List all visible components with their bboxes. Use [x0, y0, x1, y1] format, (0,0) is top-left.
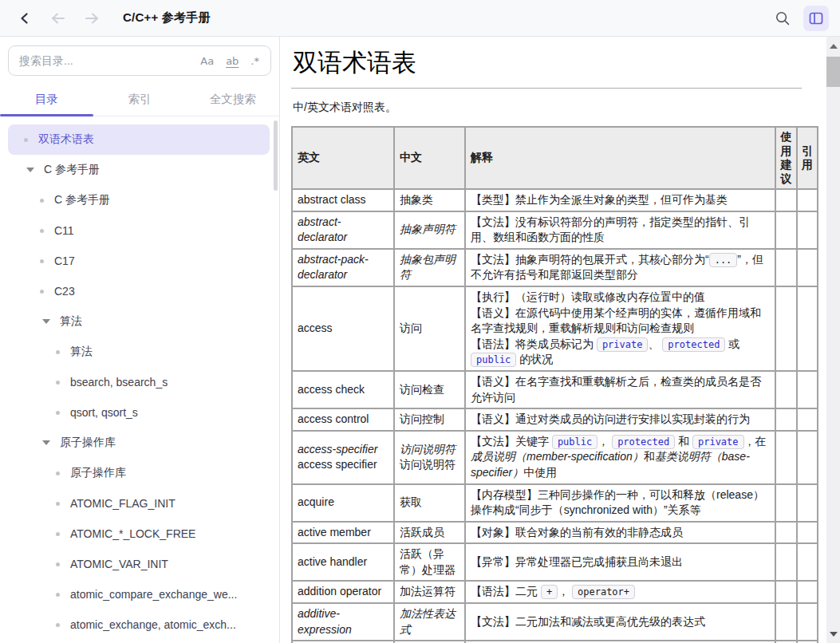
table-header-row: 英文中文解释使用建议引用 [292, 127, 818, 189]
tree-item[interactable]: C11 [8, 215, 270, 246]
intro-text: 中/英文术语对照表。 [293, 101, 802, 115]
tab-fulltext-search[interactable]: 全文搜索 [186, 83, 279, 116]
tree-item[interactable]: C17 [8, 246, 270, 276]
regex-toggle[interactable]: .* [250, 55, 259, 67]
tree-item-label: qsort, qsort_s [70, 406, 138, 419]
column-header: 解释 [465, 127, 775, 189]
tree-item[interactable]: C 参考手册 [8, 185, 270, 215]
match-case-toggle[interactable]: Aa [200, 55, 214, 67]
sidebar-toggle-button[interactable] [803, 6, 829, 31]
usage-advice-cell [775, 249, 797, 286]
reference-cell [797, 189, 818, 211]
chevron-left-icon [18, 12, 31, 25]
tree-item-label: 算法 [60, 314, 82, 329]
code-link[interactable]: public [552, 435, 597, 449]
history-back-button[interactable] [45, 5, 72, 32]
usage-advice-cell [775, 371, 797, 408]
reference-cell [797, 603, 818, 641]
term-zh-cell: 获取 [394, 484, 465, 522]
bullet-icon [56, 623, 60, 627]
code-inline: operator+ [572, 585, 635, 599]
table-row: access check访问检查【语义】在名字查找和重载解析之后，检查类的成员名… [292, 371, 818, 408]
tree-item[interactable]: 原子操作库 [8, 458, 270, 488]
bullet-icon [56, 593, 60, 597]
match-word-toggle[interactable]: ab [226, 55, 239, 67]
tab-index[interactable]: 索引 [93, 83, 187, 116]
term-zh-cell: 访问 [394, 286, 465, 371]
tree-item[interactable]: ATOMIC_*_LOCK_FREE [8, 519, 270, 549]
tree-item-label: bsearch, bsearch_s [70, 376, 168, 389]
nav-back-button[interactable] [11, 5, 38, 32]
usage-advice-cell [775, 543, 797, 581]
reference-cell [797, 249, 818, 286]
code-link[interactable]: protected [662, 337, 725, 352]
term-en-cell: additive-expression [292, 603, 394, 641]
term-en-cell: active member [292, 522, 394, 544]
tree-item[interactable]: C 参考手册 [8, 155, 270, 185]
tree-item[interactable]: ATOMIC_VAR_INIT [8, 549, 270, 579]
scroll-up-arrow-icon [830, 44, 838, 49]
term-zh-cell: 访问说明符访问说明符 [394, 431, 465, 484]
tree-item-label: C 参考手册 [44, 163, 100, 177]
usage-advice-cell [775, 603, 797, 641]
table-row: access访问【执行】（运行时）读取或修改内存位置中的值【语义】在源代码中使用… [292, 286, 818, 371]
description-cell: 【对象】联合对象的当前有效的非静态成员 [465, 522, 775, 544]
scroll-up-button[interactable] [826, 39, 840, 53]
caret-down-icon[interactable] [42, 440, 50, 445]
code-link[interactable]: private [597, 337, 649, 352]
tab-toc[interactable]: 目录 [0, 83, 93, 116]
tree-item-label: ATOMIC_FLAG_INIT [70, 497, 175, 510]
scrollbar-track[interactable] [826, 37, 840, 643]
tree-item[interactable]: atomic_exchange, atomic_exch... [8, 609, 270, 640]
scrollbar-thumb[interactable] [826, 57, 840, 87]
column-header: 使用建议 [775, 127, 797, 189]
toc-tree: 双语术语表C 参考手册C 参考手册C11C17C23算法算法bsearch, b… [0, 116, 279, 640]
tree-item[interactable]: 双语术语表 [8, 124, 270, 155]
tree-item[interactable]: 原子操作库 [8, 428, 270, 458]
description-cell: 【执行】（运行时）读取或修改内存位置中的值【语义】在源代码中使用某个经声明的实体… [465, 286, 775, 371]
term-en-cell: access-specifieraccess specifier [292, 431, 394, 484]
table-row: access-specifieraccess specifier访问说明符访问说… [292, 431, 818, 484]
scroll-down-button[interactable] [826, 627, 840, 641]
sidebar-scrollbar-thumb[interactable] [274, 120, 278, 191]
code-link[interactable]: protected [612, 435, 675, 449]
caret-down-icon[interactable] [42, 319, 50, 324]
reference-cell [797, 522, 818, 544]
bullet-icon [56, 502, 60, 506]
usage-advice-cell [775, 484, 797, 522]
term-en-cell: acquire [292, 484, 394, 522]
tree-item[interactable]: 算法 [8, 337, 270, 367]
caret-down-icon[interactable] [26, 168, 34, 172]
arrow-left-icon [50, 12, 66, 25]
bullet-icon [56, 532, 60, 536]
code-link[interactable]: public [471, 353, 516, 367]
description-cell: 【类型】禁止作为全派生对象的类型，但可作为基类 [465, 189, 775, 211]
italic-term: additive-expression [298, 607, 352, 636]
bullet-icon [56, 471, 60, 475]
tree-item[interactable]: 算法 [8, 306, 270, 337]
tree-item[interactable]: C23 [8, 276, 270, 306]
term-en-cell: access [292, 286, 394, 371]
tree-item[interactable]: qsort, qsort_s [8, 397, 270, 428]
reference-cell [797, 211, 818, 249]
bullet-icon [56, 350, 60, 354]
italic-term: access-specifier [298, 443, 377, 456]
search-options: Aa ab .* [200, 55, 270, 67]
italic-term: 成员说明（member-specification） [471, 450, 644, 463]
tree-item[interactable]: ATOMIC_FLAG_INIT [8, 488, 270, 519]
tree-item[interactable]: atomic_compare_exchange_we... [8, 579, 270, 609]
toc-search-input[interactable] [9, 54, 200, 67]
bullet-icon [40, 259, 44, 263]
history-forward-button[interactable] [78, 5, 105, 32]
bullet-icon [40, 229, 44, 233]
term-zh-cell: 活跃（异常）处理器 [394, 543, 465, 581]
description-cell: 【文法】抽象声明符的包展开式，其核心部分为“...”，但不允许有括号和尾部返回类… [465, 249, 775, 286]
term-zh-cell: 加法性表达式 [394, 603, 465, 641]
column-header: 引用 [797, 127, 818, 189]
usage-advice-cell [775, 286, 797, 371]
search-button[interactable] [770, 6, 795, 31]
code-link[interactable]: private [692, 435, 744, 449]
tree-item[interactable]: bsearch, bsearch_s [8, 367, 270, 397]
sidebar-tabs: 目录 索引 全文搜索 [0, 83, 279, 116]
bullet-icon [40, 199, 44, 203]
